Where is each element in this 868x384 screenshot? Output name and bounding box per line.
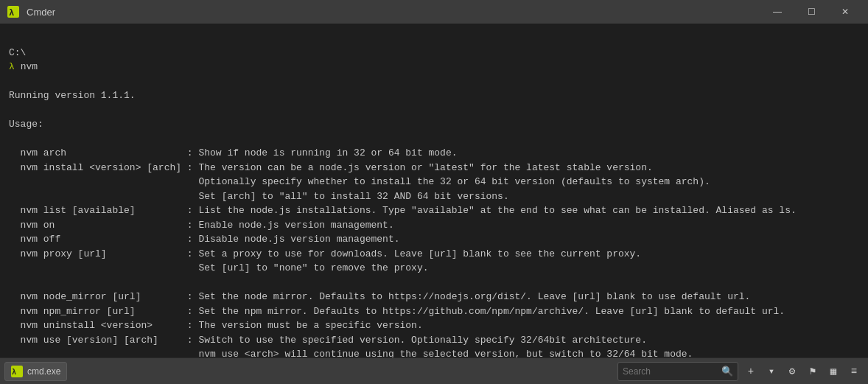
window-controls: — ☐ ✕	[760, 0, 862, 24]
taskbar-right-controls: + ▾ ⚙ ⚑ ▦ ≡	[741, 362, 864, 381]
output-text: Running version 1.1.1. Usage: nvm arch :…	[9, 90, 797, 357]
prompt-lambda: λ	[9, 61, 15, 72]
svg-text:λ: λ	[9, 8, 14, 18]
path-line-1: C:\	[9, 47, 26, 58]
app-icon: λ	[6, 4, 21, 19]
flag-button[interactable]: ⚑	[803, 362, 822, 381]
window-title: Cmder	[27, 7, 760, 18]
taskbar-item-label: cmd.exe	[27, 366, 60, 377]
terminal-output: C:\ λ nvm Running version 1.1.1. Usage: …	[0, 24, 868, 357]
command-text: nvm	[21, 61, 38, 72]
menu-button[interactable]: ≡	[844, 362, 864, 381]
settings-button[interactable]: ⚙	[783, 362, 802, 381]
close-button[interactable]: ✕	[828, 0, 862, 24]
taskbar-cmd-item[interactable]: λ cmd.exe	[4, 362, 67, 381]
search-input[interactable]	[623, 366, 718, 377]
minimize-button[interactable]: —	[760, 0, 794, 24]
cmd-icon: λ	[11, 366, 23, 377]
chevron-button[interactable]: ▾	[762, 362, 781, 381]
svg-text:λ: λ	[12, 369, 16, 377]
titlebar: λ Cmder — ☐ ✕	[0, 0, 868, 24]
grid-button[interactable]: ▦	[824, 362, 843, 381]
taskbar: λ cmd.exe 🔍 + ▾ ⚙ ⚑ ▦ ≡	[0, 357, 868, 384]
add-tab-button[interactable]: +	[741, 362, 760, 381]
taskbar-search-box[interactable]: 🔍	[617, 362, 738, 381]
maximize-button[interactable]: ☐	[794, 0, 828, 24]
search-icon: 🔍	[721, 366, 733, 377]
